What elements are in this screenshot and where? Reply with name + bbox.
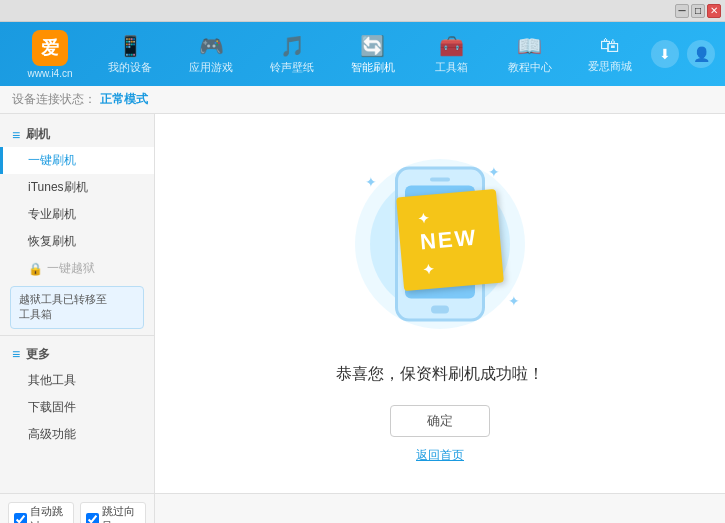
tutorial-icon: 📖 [517, 34, 542, 58]
success-text: 恭喜您，保资料刷机成功啦！ [336, 364, 544, 385]
confirm-button[interactable]: 确定 [390, 405, 490, 437]
success-illustration: NEW ✦ ✦ ✦ [340, 144, 540, 344]
topnav: 爱 www.i4.cn 📱我的设备🎮应用游戏🎵铃声壁纸🔄智能刷机🧰工具箱📖教程中… [0, 22, 725, 86]
nav-item-store[interactable]: 🛍爱思商城 [580, 30, 640, 78]
nav-item-my-device[interactable]: 📱我的设备 [100, 30, 160, 79]
auto-skip-input[interactable] [14, 513, 27, 524]
store-icon: 🛍 [600, 34, 620, 57]
nav-item-ringtones[interactable]: 🎵铃声壁纸 [262, 30, 322, 79]
main-area: ≡ 刷机 一键刷机 iTunes刷机 专业刷机 恢复刷机 🔒 一键越狱 越狱工具… [0, 114, 725, 493]
nav-item-smart-flash[interactable]: 🔄智能刷机 [343, 30, 403, 79]
sparkle-3: ✦ [508, 293, 520, 309]
smart-flash-icon: 🔄 [360, 34, 385, 58]
ringtones-icon: 🎵 [280, 34, 305, 58]
nav-item-tutorial[interactable]: 📖教程中心 [500, 30, 560, 79]
logo-url: www.i4.cn [27, 68, 72, 79]
sidebar: ≡ 刷机 一键刷机 iTunes刷机 专业刷机 恢复刷机 🔒 一键越狱 越狱工具… [0, 114, 155, 493]
close-button[interactable]: ✕ [707, 4, 721, 18]
auto-skip-label: 自动跳过 [30, 504, 68, 523]
back-home-link[interactable]: 返回首页 [416, 447, 464, 464]
lock-icon: 🔒 [28, 262, 43, 276]
statusbar: 设备连接状态： 正常模式 [0, 86, 725, 114]
jailbreak-notice: 越狱工具已转移至 工具箱 [10, 286, 144, 329]
sparkle-1: ✦ [365, 174, 377, 190]
sidebar-item-advanced[interactable]: 高级功能 [0, 421, 154, 448]
bottom-right-panel: 阻止iTunes运行 V7.98.66 客服 微信公众号 检查更新 [155, 494, 725, 523]
user-button[interactable]: 👤 [687, 40, 715, 68]
phone-home [431, 305, 449, 313]
jailbreak-label: 一键越狱 [47, 260, 95, 277]
maximize-button[interactable]: □ [691, 4, 705, 18]
sidebar-item-itunes-flash[interactable]: iTunes刷机 [0, 174, 154, 201]
sidebar-divider [0, 335, 154, 336]
sidebar-item-download-firmware[interactable]: 下载固件 [0, 394, 154, 421]
status-value: 正常模式 [100, 91, 148, 108]
main-content: NEW ✦ ✦ ✦ 恭喜您，保资料刷机成功啦！ 确定 返回首页 [155, 114, 725, 493]
bottom-bar: 自动跳过 跳过向导 📱 iPhone 12 mini 64GB Down-12m… [0, 493, 725, 523]
sparkle-2: ✦ [488, 164, 500, 180]
download-button[interactable]: ⬇ [651, 40, 679, 68]
skip-wizard-checkbox[interactable]: 跳过向导 [80, 502, 146, 523]
new-banner: NEW [396, 188, 504, 290]
my-device-icon: 📱 [118, 34, 143, 58]
apps-games-icon: 🎮 [199, 34, 224, 58]
minimize-button[interactable]: ─ [675, 4, 689, 18]
more-section-label: 更多 [26, 346, 50, 363]
logo-icon: 爱 [32, 30, 68, 66]
phone-speaker [430, 177, 450, 181]
titlebar: ─ □ ✕ [0, 0, 725, 22]
skip-wizard-label: 跳过向导 [102, 504, 140, 523]
logo[interactable]: 爱 www.i4.cn [10, 30, 90, 79]
sidebar-more-section[interactable]: ≡ 更多 [0, 342, 154, 367]
sidebar-item-other-tools[interactable]: 其他工具 [0, 367, 154, 394]
nav-right: ⬇ 👤 [651, 40, 715, 68]
nav-item-toolbox[interactable]: 🧰工具箱 [424, 30, 479, 79]
sidebar-item-recovery-flash[interactable]: 恢复刷机 [0, 228, 154, 255]
nav-items: 📱我的设备🎮应用游戏🎵铃声壁纸🔄智能刷机🧰工具箱📖教程中心🛍爱思商城 [90, 30, 651, 79]
auto-skip-checkbox[interactable]: 自动跳过 [8, 502, 74, 523]
bottom-left-panel: 自动跳过 跳过向导 📱 iPhone 12 mini 64GB Down-12m… [0, 494, 155, 523]
sidebar-item-pro-flash[interactable]: 专业刷机 [0, 201, 154, 228]
skip-wizard-input[interactable] [86, 513, 99, 524]
more-icon: ≡ [12, 346, 20, 362]
sidebar-item-one-click-flash[interactable]: 一键刷机 [0, 147, 154, 174]
checkbox-group: 自动跳过 跳过向导 [8, 502, 146, 523]
status-label: 设备连接状态： [12, 91, 96, 108]
sidebar-flash-section[interactable]: ≡ 刷机 [0, 122, 154, 147]
nav-item-apps-games[interactable]: 🎮应用游戏 [181, 30, 241, 79]
toolbox-icon: 🧰 [439, 34, 464, 58]
flash-section-label: 刷机 [26, 126, 50, 143]
sidebar-jailbreak-disabled: 🔒 一键越狱 [0, 255, 154, 282]
flash-icon: ≡ [12, 127, 20, 143]
